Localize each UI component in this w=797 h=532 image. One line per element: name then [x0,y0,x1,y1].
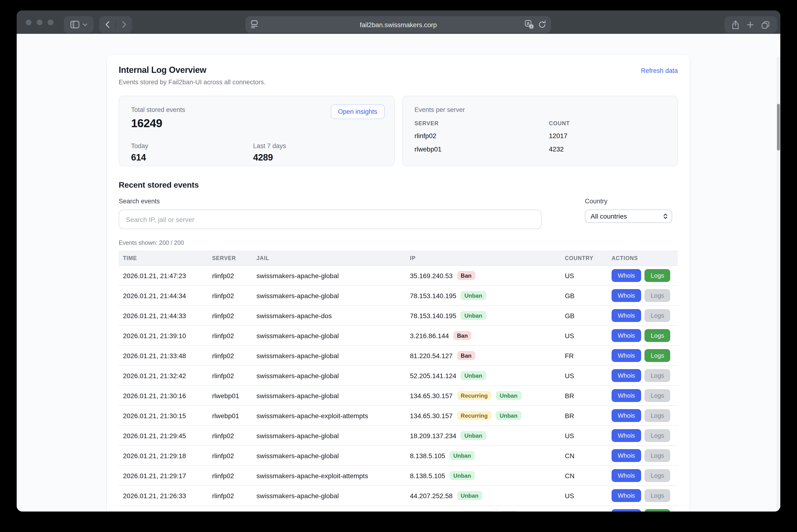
sidebar-icon [70,20,79,28]
event-country: GB [561,292,607,299]
col-ip: IP [406,255,561,261]
logs-button[interactable]: Logs [645,509,670,512]
logs-button[interactable]: Logs [645,429,670,442]
whois-button[interactable]: Whois [612,289,641,302]
table-row: 2026.01.21, 21:29:45 rlinfp02 swissmaker… [119,426,678,446]
per-server-title: Events per server [415,106,666,114]
table-row: 2026.01.21, 21:44:34 rlinfp02 swissmaker… [119,286,678,306]
event-time: 2026.01.21, 21:39:10 [119,332,208,339]
scrollbar-thumb[interactable] [777,104,780,151]
reload-icon[interactable] [538,20,546,29]
whois-button[interactable]: Whois [612,269,641,282]
tabs-icon[interactable] [761,20,770,29]
col-jail: JAIL [252,255,406,261]
logs-button[interactable]: Logs [645,289,670,302]
event-server: rlinfp02 [208,332,252,339]
event-country: CN [561,452,607,459]
whois-button[interactable]: Whois [612,369,641,382]
forward-button[interactable] [116,16,132,33]
event-ip: 78.153.140.195 [410,292,456,299]
traffic-light-minimize[interactable] [37,20,42,25]
page-subtitle: Events stored by Fail2ban-UI across all … [119,79,266,86]
table-row: 2026.01.21, 21:47:23 rlinfp02 swissmaker… [119,266,678,286]
logs-button[interactable]: Logs [645,309,670,322]
traffic-light-close[interactable] [26,20,32,25]
unban-badge: Unban [461,371,486,380]
event-country: US [561,272,607,279]
toolbar-right-group [725,16,777,33]
logs-button[interactable]: Logs [645,409,670,422]
col-country: COUNTRY [561,255,607,261]
whois-button[interactable]: Whois [612,389,641,402]
logs-button[interactable]: Logs [645,489,670,502]
event-country: US [561,492,607,499]
unban-badge: Unban [457,491,483,500]
svg-text:x: x [530,24,532,28]
logs-button[interactable]: Logs [645,329,670,342]
event-time: 2026.01.21, 21:44:34 [119,292,208,299]
whois-button[interactable]: Whois [612,449,641,462]
recurring-badge: Recurring [461,511,495,512]
event-ip: 52.205.141.124 [410,372,456,379]
search-input[interactable] [119,210,542,229]
logs-button[interactable]: Logs [645,389,670,402]
event-jail: swissmakers-apache-global [252,272,406,279]
event-jail: swissmakers-apache-global [252,332,406,339]
whois-button[interactable]: Whois [612,509,641,512]
event-ip: 134.65.30.157 [410,392,453,399]
event-country: GB [561,312,607,319]
open-insights-button[interactable]: Open insights [331,104,384,119]
per-server-col-server: SERVER [415,120,549,126]
whois-button[interactable]: Whois [612,469,641,482]
recent-events-title: Recent stored events [119,180,678,190]
chevron-down-icon [83,23,87,26]
logs-button[interactable]: Logs [645,269,670,282]
whois-button[interactable]: Whois [612,349,641,362]
event-time: 2026.01.21, 21:26:33 [119,492,208,499]
whois-button[interactable]: Whois [612,429,641,442]
ban-badge: Ban [453,331,472,340]
event-server: rlinfp02 [208,492,252,499]
whois-button[interactable]: Whois [612,329,641,342]
event-time: 2026.01.21, 21:29:18 [119,452,208,459]
new-tab-icon[interactable] [746,20,754,29]
per-server-col-count: COUNT [549,120,666,126]
logs-button[interactable]: Logs [645,369,670,382]
event-time: 2026.01.21, 21:32:42 [119,372,208,379]
translate-icon[interactable]: A x [525,20,534,29]
logs-button[interactable]: Logs [645,449,670,462]
whois-button[interactable]: Whois [612,489,641,502]
today-label: Today [131,142,253,150]
event-country: US [561,372,607,379]
table-row: 2026.01.21, 21:32:42 rlinfp02 swissmaker… [119,366,678,386]
event-jail: swissmakers-apache-dos [252,312,406,319]
address-bar[interactable]: fail2ban.swissmakers.corp A x [246,16,551,33]
back-button[interactable] [99,16,115,33]
share-icon[interactable] [732,20,739,29]
event-time: 2026.01.21, 21:30:16 [119,392,208,399]
whois-button[interactable]: Whois [612,409,641,422]
whois-button[interactable]: Whois [612,309,641,322]
scrollbar-track[interactable] [777,57,780,512]
browser-toolbar: fail2ban.swissmakers.corp A x [17,11,780,34]
event-jail: swissmakers-apache-global [252,492,406,499]
sidebar-toggle-button[interactable] [64,16,93,33]
refresh-data-link[interactable]: Refresh data [641,67,678,74]
server-count: 12017 [549,132,666,139]
url-text: fail2ban.swissmakers.corp [246,16,551,33]
logs-button[interactable]: Logs [645,469,670,482]
col-server: SERVER [208,255,252,261]
event-server: rlwebp01 [208,392,252,399]
logs-button[interactable]: Logs [645,349,670,362]
event-jail: swissmakers-apache-global [252,452,406,459]
event-time: 2026.01.21, 21:47:23 [119,272,208,279]
total-events-card: Total stored events 16249 Open insights … [119,96,395,166]
main-card: Internal Log Overview Events stored by F… [107,55,690,512]
last7-value: 4289 [253,152,375,163]
table-row: 2026.01.21, 21:29:18 rlinfp02 swissmaker… [119,446,678,466]
event-time: 2026.01.21, 21:30:15 [119,412,208,419]
event-server: rlinfp02 [208,452,252,459]
event-server: rlinfp02 [208,292,252,299]
country-select[interactable]: All countries [585,210,672,223]
traffic-light-zoom[interactable] [48,20,53,25]
